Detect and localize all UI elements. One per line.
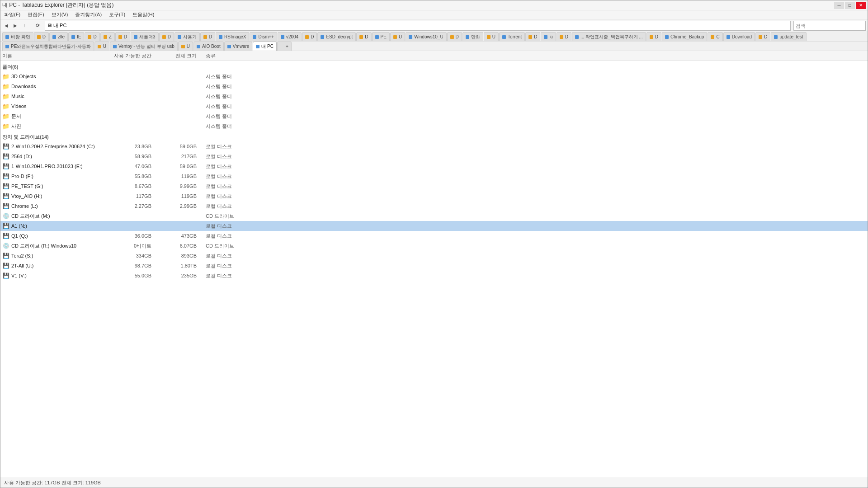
folders-section-header: 폴더(6) — [0, 61, 868, 71]
toolbar: ◀ ▶ ↑ ⟳ 🖥 내 PC — [0, 19, 868, 32]
tab[interactable]: U — [94, 42, 109, 51]
drive-type: 로컬 디스크 — [206, 183, 274, 190]
drive-type: 로컬 디스크 — [206, 153, 274, 160]
up-button[interactable]: ↑ — [20, 22, 28, 30]
drive-space: 55.8GB — [106, 174, 160, 179]
minimize-button[interactable]: ─ — [834, 2, 844, 9]
tab[interactable]: Download — [723, 32, 755, 41]
drive-row[interactable]: 💾 V1 (V:) 55.0GB 235GB 로컬 디스크 — [0, 271, 868, 281]
folder-row[interactable]: 📁 Videos 시스템 폴더 — [0, 101, 868, 111]
tab[interactable]: D — [755, 32, 770, 41]
tab[interactable]: D — [85, 32, 99, 41]
tab[interactable]: PE와윈도우설치통합패다만들기-자동화 — [2, 42, 94, 51]
drive-row[interactable]: 💾 Tera2 (S:) 334GB 893GB 로컬 디스크 — [0, 251, 868, 261]
tab[interactable]: U — [484, 32, 499, 41]
folder-name: 3D Objects — [11, 74, 106, 79]
drive-row[interactable]: 💿 CD 드라이브 (M:) CD 드라이브 — [0, 211, 868, 221]
folder-row[interactable]: 📁 Music 시스템 폴더 — [0, 91, 868, 101]
drive-type: 로컬 디스크 — [206, 263, 274, 269]
drive-row[interactable]: 💾 256d (D:) 58.9GB 217GB 로컬 디스크 — [0, 151, 868, 161]
tab[interactable]: 만화 — [462, 32, 483, 41]
folder-row[interactable]: 📁 문서 시스템 폴더 — [0, 111, 868, 121]
tab[interactable]: Vmware — [224, 42, 253, 51]
menu-item[interactable]: 보기(V) — [50, 10, 70, 19]
tab[interactable]: C — [708, 32, 722, 41]
back-button[interactable]: ◀ — [2, 22, 10, 30]
tab[interactable]: D — [159, 32, 174, 41]
tab[interactable]: D — [646, 32, 661, 41]
folder-row[interactable]: 📁 3D Objects 시스템 폴더 — [0, 71, 868, 81]
folder-row[interactable]: 📁 Downloads 시스템 폴더 — [0, 81, 868, 91]
restore-button[interactable]: □ — [845, 2, 855, 9]
drive-row[interactable]: 💾 A1 (N:) 로컬 디스크 — [0, 221, 868, 231]
drive-name: PE_TEST (G:) — [11, 183, 106, 189]
tab[interactable]: zlle — [49, 32, 68, 41]
tab[interactable]: U — [390, 32, 405, 41]
address-bar[interactable]: 🖥 내 PC — [45, 21, 791, 31]
tab[interactable]: Dism++ — [250, 32, 277, 41]
tab[interactable]: Torrent — [499, 32, 525, 41]
window-controls: ─ □ ✕ — [834, 2, 866, 9]
col-header-space: 사용 가능한 공간 — [106, 52, 160, 59]
tab[interactable]: ... 작업표시줄_백업복구하기 ... — [572, 32, 646, 41]
tab[interactable]: D — [356, 32, 371, 41]
menu-item[interactable]: 즐겨찾기(A) — [73, 10, 104, 19]
menu-item[interactable]: 도움말(H) — [131, 10, 156, 19]
tab[interactable]: v2004 — [278, 32, 302, 41]
tab[interactable]: RSImageX — [216, 32, 249, 41]
devices-list: 💾 2-Win10.20H2.Enterprise.200624 (C:) 23… — [0, 141, 868, 281]
folder-type: 시스템 폴더 — [206, 93, 274, 100]
tab[interactable]: update_test — [771, 32, 806, 41]
drive-row[interactable]: 💾 Chrome (L:) 2.27GB 2.99GB 로컬 디스크 — [0, 201, 868, 211]
tab[interactable]: D — [34, 32, 49, 41]
folder-row[interactable]: 📁 사진 시스템 폴더 — [0, 121, 868, 131]
tab[interactable]: D — [200, 32, 215, 41]
menu-item[interactable]: 도구(T) — [107, 10, 127, 19]
refresh-button[interactable]: ⟳ — [33, 21, 42, 31]
tab[interactable]: + — [277, 42, 292, 51]
folder-type: 시스템 폴더 — [206, 113, 274, 120]
tab[interactable]: Windows10_U — [406, 32, 446, 41]
tab[interactable]: D — [557, 32, 571, 41]
drive-row[interactable]: 💾 1-Win10.20H1.PRO.201023 (E:) 47.0GB 59… — [0, 161, 868, 171]
drive-type: 로컬 디스크 — [206, 163, 274, 170]
drive-icon: 💾 — [2, 202, 9, 210]
folder-icon: 📁 — [2, 103, 9, 110]
tab[interactable]: ki — [541, 32, 556, 41]
tab[interactable]: D — [447, 32, 462, 41]
drive-name: 2-Win10.20H2.Enterprise.200624 (C:) — [11, 144, 106, 149]
drive-row[interactable]: 💾 2T-All (U:) 98.7GB 1.80TB 로컬 디스크 — [0, 261, 868, 271]
tab[interactable]: AIO Boot — [193, 42, 224, 51]
close-button[interactable]: ✕ — [856, 2, 866, 9]
drive-row[interactable]: 💾 Pro-D (F:) 55.8GB 119GB 로컬 디스크 — [0, 171, 868, 181]
title-bar: 내 PC - Tablacus Explorer [관리자] (응답 없음) ─… — [0, 0, 868, 10]
tab[interactable]: 사용기 — [175, 32, 200, 41]
tab[interactable]: Ventoy - 만능 멀티 부팅 usb — [110, 42, 178, 51]
tab[interactable]: 새폴더3 — [131, 32, 159, 41]
tab[interactable]: D — [302, 32, 317, 41]
drive-row[interactable]: 💾 Q1 (Q:) 36.0GB 473GB 로컬 디스크 — [0, 231, 868, 241]
drive-row[interactable]: 💾 2-Win10.20H2.Enterprise.200624 (C:) 23… — [0, 141, 868, 151]
address-path: 🖥 내 PC — [47, 22, 66, 29]
search-input[interactable] — [793, 21, 866, 31]
tab[interactable]: IE — [68, 32, 84, 41]
drive-icon: 💾 — [2, 173, 9, 180]
tab[interactable]: U — [178, 42, 193, 51]
drive-name: A1 (N:) — [11, 223, 106, 229]
tab[interactable]: 내 PC — [253, 42, 277, 51]
drive-row[interactable]: 💿 CD 드라이브 (R:) Windows10 0바이트 6.07GB CD … — [0, 241, 868, 251]
menu-item[interactable]: 편집(E) — [26, 10, 46, 19]
tab[interactable]: Z — [100, 32, 115, 41]
tab[interactable]: Chrome_Backup — [662, 32, 707, 41]
tab[interactable]: D — [115, 32, 130, 41]
drive-row[interactable]: 💾 PE_TEST (G:) 8.67GB 9.99GB 로컬 디스크 — [0, 181, 868, 191]
forward-button[interactable]: ▶ — [11, 22, 19, 30]
tab[interactable]: ESD_decrypt — [317, 32, 356, 41]
tab[interactable]: 바탕 파면 — [2, 32, 33, 41]
drive-space: 47.0GB — [106, 164, 160, 169]
tab[interactable]: PE — [372, 32, 390, 41]
folder-name: Music — [11, 94, 106, 99]
menu-item[interactable]: 파일(F) — [2, 10, 22, 19]
drive-row[interactable]: 💾 Vtoy_AIO (H:) 117GB 119GB 로컬 디스크 — [0, 191, 868, 201]
tab[interactable]: D — [525, 32, 540, 41]
